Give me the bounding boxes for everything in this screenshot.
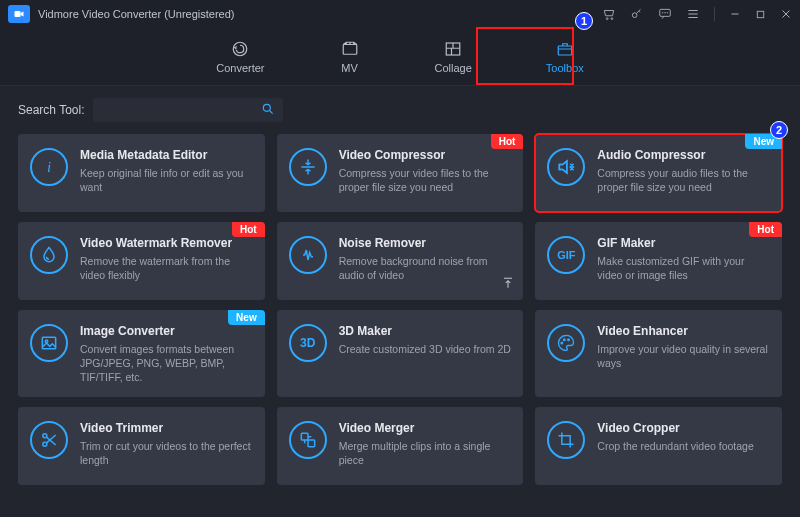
svg-point-7 (667, 13, 668, 14)
tool-title: Video Merger (339, 421, 512, 435)
tool-title: Video Enhancer (597, 324, 770, 338)
close-button[interactable] (780, 8, 792, 20)
tool-title: Media Metadata Editor (80, 148, 253, 162)
tool-desc: Remove background noise from audio of vi… (339, 254, 512, 282)
svg-point-19 (568, 339, 570, 341)
annotation-highlight-1 (476, 27, 574, 85)
tool-desc: Crop the redundant video footage (597, 439, 753, 453)
tool-grid: i Media Metadata Editor Keep original fi… (0, 126, 800, 485)
tool-video-merger[interactable]: Video Merger Merge multiple clips into a… (277, 407, 524, 485)
tool-desc: Keep original file info or edit as you w… (80, 166, 253, 194)
tool-title: 3D Maker (339, 324, 511, 338)
tool-3d-maker[interactable]: 3D 3D Maker Create customized 3D video f… (277, 310, 524, 397)
badge-hot: Hot (232, 222, 265, 237)
tool-video-cropper[interactable]: Video Cropper Crop the redundant video f… (535, 407, 782, 485)
tool-title: Video Watermark Remover (80, 236, 253, 250)
search-label: Search Tool: (18, 103, 85, 117)
badge-hot: Hot (491, 134, 524, 149)
badge-hot: Hot (749, 222, 782, 237)
compress-icon (289, 148, 327, 186)
tool-title: GIF Maker (597, 236, 770, 250)
nav-converter[interactable]: Converter (206, 36, 274, 78)
titlebar: Vidmore Video Converter (Unregistered) (0, 0, 800, 28)
tool-desc: Convert images formats between JPG/JPEG,… (80, 342, 253, 385)
merge-icon (289, 421, 327, 459)
svg-rect-23 (308, 440, 315, 447)
tool-desc: Create customized 3D video from 2D (339, 342, 511, 356)
window-controls (602, 7, 792, 21)
svg-point-13 (263, 104, 270, 111)
cart-icon[interactable] (602, 7, 616, 21)
tool-desc: Merge multiple clips into a single piece (339, 439, 512, 467)
tool-title: Video Cropper (597, 421, 753, 435)
tool-desc: Compress your video files to the proper … (339, 166, 512, 194)
nav-label: Collage (435, 62, 472, 74)
svg-point-21 (43, 442, 47, 446)
svg-point-17 (561, 342, 563, 344)
tool-video-trimmer[interactable]: Video Trimmer Trim or cut your videos to… (18, 407, 265, 485)
tool-desc: Remove the watermark from the video flex… (80, 254, 253, 282)
svg-point-9 (234, 42, 248, 56)
annotation-pin-2: 2 (770, 121, 788, 139)
tool-audio-compressor[interactable]: New Audio Compressor Compress your audio… (535, 134, 782, 212)
scissors-icon (30, 421, 68, 459)
tool-title: Image Converter (80, 324, 253, 338)
tool-desc: Make customized GIF with your video or i… (597, 254, 770, 282)
nav-label: MV (341, 62, 358, 74)
three-d-icon: 3D (289, 324, 327, 362)
svg-point-20 (43, 433, 47, 437)
tool-title: Noise Remover (339, 236, 512, 250)
svg-point-3 (632, 13, 637, 18)
svg-rect-10 (343, 44, 357, 54)
svg-rect-0 (15, 11, 21, 17)
tool-desc: Improve your video quality in several wa… (597, 342, 770, 370)
tool-title: Video Trimmer (80, 421, 253, 435)
gif-icon: GIF (547, 236, 585, 274)
tool-gif-maker[interactable]: Hot GIF GIF Maker Make customized GIF wi… (535, 222, 782, 300)
svg-point-2 (611, 18, 613, 20)
nav-mv[interactable]: MV (329, 36, 371, 78)
tool-title: Audio Compressor (597, 148, 770, 162)
palette-icon (547, 324, 585, 362)
watermark-icon (30, 236, 68, 274)
nav-label: Converter (216, 62, 264, 74)
tool-image-converter[interactable]: New Image Converter Convert images forma… (18, 310, 265, 397)
tool-desc: Trim or cut your videos to the perfect l… (80, 439, 253, 467)
minimize-button[interactable] (729, 8, 741, 20)
menu-icon[interactable] (686, 7, 700, 21)
svg-text:i: i (47, 159, 51, 175)
svg-point-5 (662, 13, 663, 14)
app-logo (8, 5, 30, 23)
info-icon: i (30, 148, 68, 186)
svg-point-6 (665, 13, 666, 14)
nav-collage[interactable]: Collage (425, 36, 482, 78)
svg-rect-15 (42, 337, 55, 349)
search-icon (261, 102, 275, 120)
audio-compress-icon (547, 148, 585, 186)
tool-desc: Compress your audio files to the proper … (597, 166, 770, 194)
svg-point-1 (606, 18, 608, 20)
badge-new: New (228, 310, 265, 325)
feedback-icon[interactable] (658, 7, 672, 21)
pin-to-top-icon[interactable] (501, 276, 515, 294)
search-row: Search Tool: (0, 86, 800, 126)
crop-icon (547, 421, 585, 459)
tool-media-metadata-editor[interactable]: i Media Metadata Editor Keep original fi… (18, 134, 265, 212)
search-input[interactable] (93, 98, 283, 122)
app-title: Vidmore Video Converter (Unregistered) (38, 8, 234, 20)
annotation-pin-1: 1 (575, 12, 593, 30)
svg-rect-8 (757, 11, 763, 17)
tool-video-enhancer[interactable]: Video Enhancer Improve your video qualit… (535, 310, 782, 397)
tool-watermark-remover[interactable]: Hot Video Watermark Remover Remove the w… (18, 222, 265, 300)
tool-video-compressor[interactable]: Hot Video Compressor Compress your video… (277, 134, 524, 212)
svg-rect-22 (301, 433, 308, 440)
main-nav: Converter MV Collage Toolbox (0, 28, 800, 86)
tool-title: Video Compressor (339, 148, 512, 162)
key-icon[interactable] (630, 7, 644, 21)
noise-icon (289, 236, 327, 274)
maximize-button[interactable] (755, 9, 766, 20)
tool-noise-remover[interactable]: Noise Remover Remove background noise fr… (277, 222, 524, 300)
image-icon (30, 324, 68, 362)
svg-point-18 (564, 339, 566, 341)
